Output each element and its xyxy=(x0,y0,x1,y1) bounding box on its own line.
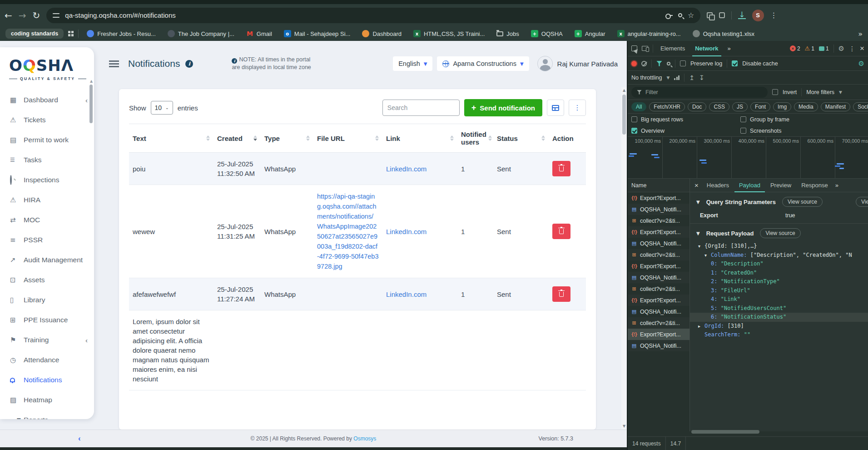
bookmark-item[interactable]: MGmail xyxy=(243,30,276,37)
bookmark-item[interactable]: Fresher Jobs - Resu... xyxy=(83,30,159,37)
throttling-select[interactable]: No throttling xyxy=(631,75,662,81)
scrollbar-thumb[interactable] xyxy=(89,85,93,123)
export-har-icon[interactable]: ↧ xyxy=(699,74,704,81)
preserve-log-checkbox[interactable] xyxy=(680,60,686,66)
delete-button[interactable] xyxy=(552,286,570,302)
sidebar-item-pssr[interactable]: ≡PSSR xyxy=(0,230,94,250)
sidebar-item-tasks[interactable]: ☰Tasks xyxy=(0,150,94,170)
sidebar-scrollbar[interactable]: ▲ xyxy=(89,79,93,123)
sidebar-item-library[interactable]: ▯Library xyxy=(0,290,94,310)
name-column-header[interactable]: Name xyxy=(628,179,689,192)
zoom-icon[interactable] xyxy=(678,13,682,17)
tree-line[interactable]: 3: "FileUrl" xyxy=(690,286,868,295)
request-row-selected[interactable]: {⁝}Export?Export... xyxy=(628,329,689,340)
address-bar[interactable]: qa-staging.oqsha.com/#/notifications ☆ xyxy=(46,8,700,23)
request-row[interactable]: ▤OQSHA_Notifi... xyxy=(628,340,689,351)
page-scrollbar[interactable]: ▲ ▼ xyxy=(621,87,627,430)
bookmark-star-icon[interactable]: ☆ xyxy=(688,11,694,20)
sidebar-item-ppe-issuance[interactable]: ⊞PPE Issuance xyxy=(0,310,94,330)
bookmark-item[interactable]: Jobs xyxy=(493,30,522,37)
tree-line[interactable]: 1: "CreatedOn" xyxy=(690,269,868,278)
expander-icon[interactable]: ▸ xyxy=(698,322,704,331)
request-row[interactable]: {⁝}Export?Export... xyxy=(628,295,689,306)
tree-line[interactable]: 2: "NotificationType" xyxy=(690,277,868,286)
send-notification-button[interactable]: +Send notification xyxy=(464,99,542,116)
bookmark-item[interactable]: xangular-training-ro... xyxy=(614,30,684,37)
triangle-down-icon[interactable]: ▼ xyxy=(696,231,700,236)
scroll-up-icon[interactable]: ▲ xyxy=(89,79,93,83)
bookmarks-overflow-icon[interactable]: » xyxy=(858,30,863,38)
sidebar-item-moc[interactable]: ⇄MOC xyxy=(0,210,94,230)
tab-response[interactable]: Response xyxy=(797,179,833,192)
network-conditions-icon[interactable] xyxy=(674,75,680,80)
sidebar-item-hira[interactable]: ⚠HIRA xyxy=(0,190,94,210)
big-request-rows-checkbox[interactable] xyxy=(631,116,637,122)
request-row[interactable]: ▤OQSHA_Notifi... xyxy=(628,306,689,317)
tab-payload[interactable]: Payload xyxy=(734,179,765,192)
sidebar-item-tickets[interactable]: ⚠Tickets xyxy=(0,110,94,130)
clear-icon[interactable] xyxy=(641,61,647,66)
tree-line[interactable]: 5: "NotifiedUsersCount" xyxy=(690,304,868,313)
request-row[interactable]: ▤OQSHA_Notifi... xyxy=(628,272,689,283)
browser-profile-avatar[interactable]: S xyxy=(752,10,764,21)
hamburger-menu-icon[interactable] xyxy=(109,60,119,67)
request-row[interactable]: ⊞collect?v=2&ti... xyxy=(628,317,689,329)
network-overview-timeline[interactable]: 100,000 ms 200,000 ms 300,000 ms 400,000… xyxy=(628,136,868,179)
scroll-up-icon[interactable]: ▲ xyxy=(621,87,627,94)
expander-icon[interactable]: ▾ xyxy=(704,251,711,260)
more-tabs-icon[interactable]: » xyxy=(833,182,840,189)
column-header-file-url[interactable]: File URL xyxy=(313,124,382,153)
tab-network[interactable]: Network xyxy=(692,41,721,56)
bookmark-item[interactable]: +Angular xyxy=(571,30,609,37)
filter-input-wrap[interactable] xyxy=(631,87,768,98)
delete-button[interactable] xyxy=(552,224,570,239)
bookmark-item[interactable]: Oqsha testing1.xlsx xyxy=(689,30,758,37)
bookmark-item[interactable]: The Job Company |... xyxy=(164,30,238,37)
row-link[interactable]: LinkedIn.com xyxy=(386,165,427,173)
request-row[interactable]: ▤OQSHA_Notifi... xyxy=(628,238,689,249)
issues-badge[interactable]: 1 xyxy=(819,45,829,52)
column-visibility-button[interactable] xyxy=(547,100,564,116)
sidebar-item-inspections[interactable]: Inspections xyxy=(0,170,94,190)
filter-chip-media[interactable]: Media xyxy=(794,102,818,111)
tree-line-highlighted[interactable]: 6: "NotificationStatus" xyxy=(690,313,868,322)
record-icon[interactable] xyxy=(631,61,637,66)
triangle-down-icon[interactable]: ▼ xyxy=(696,200,700,205)
language-dropdown[interactable]: English ▼ xyxy=(393,56,432,71)
column-header-status[interactable]: Status xyxy=(493,124,549,153)
filter-chip-img[interactable]: Img xyxy=(773,102,791,111)
apps-grid-icon[interactable] xyxy=(68,31,74,36)
device-toolbar-icon[interactable] xyxy=(642,46,648,51)
warning-badge[interactable]: ⚠1 xyxy=(805,45,814,52)
file-url-link[interactable]: https://api-qa-staging.oqsha.com//attach… xyxy=(317,193,378,270)
request-row[interactable]: {⁝}Export?Export... xyxy=(628,192,689,204)
sidebar-item-reports[interactable]: ▂▅▇Reports xyxy=(0,410,94,419)
scrollbar-thumb[interactable] xyxy=(691,430,759,434)
tree-line[interactable]: ▾{OrgId: [310],…} xyxy=(690,242,868,251)
sidebar-item-training[interactable]: ⚑Training‹ xyxy=(0,330,94,350)
sidebar-item-dashboard[interactable]: ▦Dashboard‹ xyxy=(0,90,94,110)
filter-input[interactable] xyxy=(645,89,745,95)
bookmark-item[interactable]: oMail - Sehajdeep Si... xyxy=(280,30,354,37)
more-options-button[interactable]: ⋮ xyxy=(569,100,586,116)
devtools-horizontal-scrollbar[interactable] xyxy=(691,430,867,435)
filter-chip-manifest[interactable]: Manifest xyxy=(821,102,850,111)
request-row[interactable]: ▤OQSHA_Notifi... xyxy=(628,204,689,215)
close-detail-icon[interactable]: × xyxy=(692,181,701,189)
settings-gear-icon[interactable]: ⚙ xyxy=(838,45,844,53)
column-header-text[interactable]: Text xyxy=(129,124,213,153)
expander-icon[interactable]: ▾ xyxy=(698,242,704,251)
tree-line[interactable]: 4: "Link" xyxy=(690,295,868,304)
tab-elements[interactable]: Elements xyxy=(658,41,688,56)
search-input[interactable] xyxy=(382,100,460,116)
filter-chip-js[interactable]: JS xyxy=(732,102,748,111)
tree-line[interactable]: ▸OrgId: [310] xyxy=(690,322,868,331)
error-badge[interactable]: ×2 xyxy=(790,45,800,52)
info-icon[interactable]: i xyxy=(185,60,193,68)
user-menu[interactable]: Raj Kumar Pativada xyxy=(537,56,618,71)
filter-chip-doc[interactable]: Doc xyxy=(688,102,706,111)
tree-line[interactable]: ▾ColumnName: ["Description", "CreatedOn"… xyxy=(690,251,868,260)
import-har-icon[interactable]: ↥ xyxy=(689,74,694,81)
url-text[interactable]: qa-staging.oqsha.com/#/notifications xyxy=(65,11,660,19)
more-filters-dropdown[interactable]: More filters xyxy=(806,89,834,95)
